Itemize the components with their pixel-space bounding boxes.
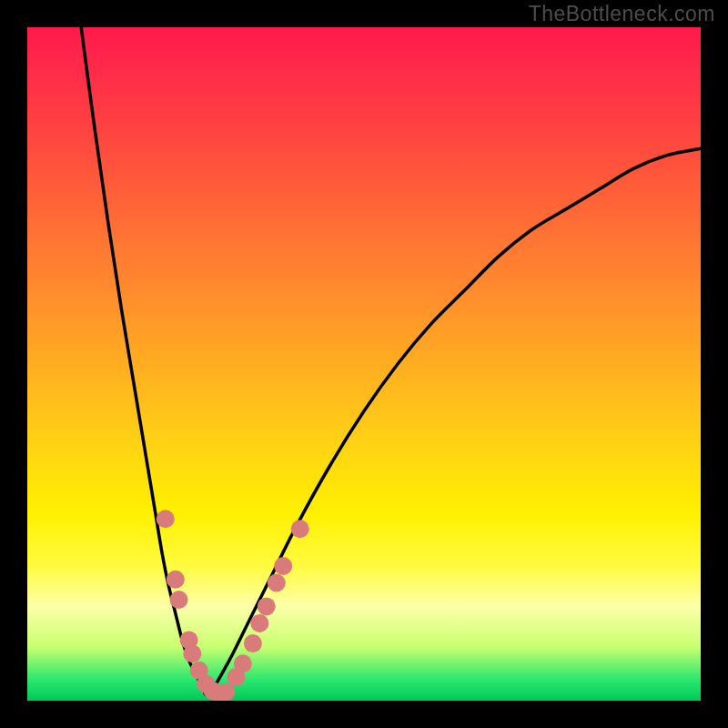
highlight-marker (170, 591, 188, 609)
chart-container: TheBottleneck.com (0, 0, 728, 728)
highlight-marker (157, 510, 175, 528)
highlight-marker (167, 571, 185, 589)
highlight-markers (157, 510, 309, 701)
highlight-marker (291, 520, 309, 538)
watermark-text: TheBottleneck.com (529, 2, 715, 26)
highlight-marker (234, 654, 252, 672)
highlight-marker (217, 682, 235, 701)
highlight-marker (268, 574, 286, 592)
bottleneck-curve-svg (27, 27, 701, 701)
plot-area (27, 27, 701, 701)
highlight-marker (183, 644, 201, 662)
highlight-marker (250, 614, 268, 632)
highlight-marker (244, 634, 262, 652)
highlight-marker (258, 597, 276, 615)
highlight-marker (274, 557, 292, 575)
